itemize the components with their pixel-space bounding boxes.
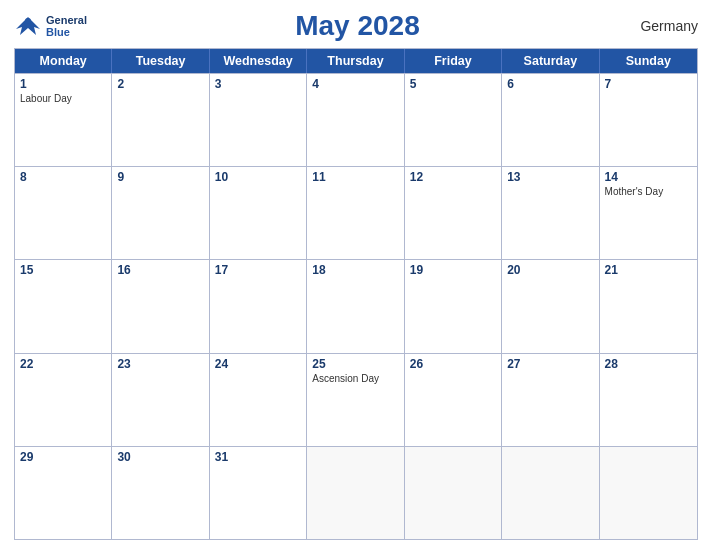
cell-day-number: 23 bbox=[117, 357, 203, 371]
calendar-cell: 2 bbox=[112, 74, 209, 166]
calendar-cell: 26 bbox=[405, 354, 502, 446]
calendar-cell: 29 bbox=[15, 447, 112, 539]
calendar-week-5: 293031 bbox=[15, 446, 697, 539]
cell-holiday-label: Ascension Day bbox=[312, 373, 398, 385]
svg-point-1 bbox=[25, 18, 31, 24]
calendar-cell: 19 bbox=[405, 260, 502, 352]
cell-day-number: 11 bbox=[312, 170, 398, 184]
cell-day-number: 24 bbox=[215, 357, 301, 371]
day-header-monday: Monday bbox=[15, 49, 112, 73]
calendar-cell: 25Ascension Day bbox=[307, 354, 404, 446]
calendar-cell: 10 bbox=[210, 167, 307, 259]
cell-day-number: 22 bbox=[20, 357, 106, 371]
cell-day-number: 7 bbox=[605, 77, 692, 91]
country-label: Germany bbox=[628, 18, 698, 34]
cell-holiday-label: Mother's Day bbox=[605, 186, 692, 198]
page-title: May 2028 bbox=[87, 10, 628, 42]
calendar-page: General Blue May 2028 Germany MondayTues… bbox=[0, 0, 712, 550]
cell-day-number: 1 bbox=[20, 77, 106, 91]
day-header-wednesday: Wednesday bbox=[210, 49, 307, 73]
cell-day-number: 27 bbox=[507, 357, 593, 371]
calendar-cell bbox=[600, 447, 697, 539]
calendar-cell: 17 bbox=[210, 260, 307, 352]
calendar-cell bbox=[405, 447, 502, 539]
cell-day-number: 14 bbox=[605, 170, 692, 184]
calendar-cell: 31 bbox=[210, 447, 307, 539]
calendar-cell: 24 bbox=[210, 354, 307, 446]
calendar-cell: 5 bbox=[405, 74, 502, 166]
calendar-cell: 13 bbox=[502, 167, 599, 259]
calendar-cell: 30 bbox=[112, 447, 209, 539]
cell-day-number: 10 bbox=[215, 170, 301, 184]
calendar-cell: 22 bbox=[15, 354, 112, 446]
calendar-week-2: 891011121314Mother's Day bbox=[15, 166, 697, 259]
calendar-cell: 18 bbox=[307, 260, 404, 352]
calendar-header: MondayTuesdayWednesdayThursdayFridaySatu… bbox=[15, 49, 697, 73]
calendar-cell bbox=[502, 447, 599, 539]
cell-day-number: 2 bbox=[117, 77, 203, 91]
cell-day-number: 31 bbox=[215, 450, 301, 464]
cell-day-number: 16 bbox=[117, 263, 203, 277]
calendar-cell: 15 bbox=[15, 260, 112, 352]
calendar-cell: 3 bbox=[210, 74, 307, 166]
cell-day-number: 29 bbox=[20, 450, 106, 464]
calendar-cell: 1Labour Day bbox=[15, 74, 112, 166]
cell-day-number: 3 bbox=[215, 77, 301, 91]
cell-day-number: 25 bbox=[312, 357, 398, 371]
cell-day-number: 13 bbox=[507, 170, 593, 184]
logo-line2: Blue bbox=[46, 26, 87, 38]
cell-day-number: 5 bbox=[410, 77, 496, 91]
cell-day-number: 17 bbox=[215, 263, 301, 277]
cell-day-number: 20 bbox=[507, 263, 593, 277]
cell-day-number: 9 bbox=[117, 170, 203, 184]
day-header-sunday: Sunday bbox=[600, 49, 697, 73]
cell-holiday-label: Labour Day bbox=[20, 93, 106, 105]
cell-day-number: 8 bbox=[20, 170, 106, 184]
calendar-cell: 27 bbox=[502, 354, 599, 446]
cell-day-number: 18 bbox=[312, 263, 398, 277]
cell-day-number: 19 bbox=[410, 263, 496, 277]
cell-day-number: 15 bbox=[20, 263, 106, 277]
cell-day-number: 12 bbox=[410, 170, 496, 184]
calendar-body: 1Labour Day234567891011121314Mother's Da… bbox=[15, 73, 697, 539]
calendar-grid: MondayTuesdayWednesdayThursdayFridaySatu… bbox=[14, 48, 698, 540]
calendar-week-4: 22232425Ascension Day262728 bbox=[15, 353, 697, 446]
page-header: General Blue May 2028 Germany bbox=[14, 10, 698, 42]
logo-line1: General bbox=[46, 14, 87, 26]
logo: General Blue bbox=[14, 14, 87, 38]
cell-day-number: 4 bbox=[312, 77, 398, 91]
day-header-tuesday: Tuesday bbox=[112, 49, 209, 73]
calendar-cell: 16 bbox=[112, 260, 209, 352]
calendar-cell: 28 bbox=[600, 354, 697, 446]
logo-icon bbox=[14, 15, 42, 37]
calendar-cell: 9 bbox=[112, 167, 209, 259]
calendar-week-1: 1Labour Day234567 bbox=[15, 73, 697, 166]
calendar-cell: 4 bbox=[307, 74, 404, 166]
calendar-cell: 20 bbox=[502, 260, 599, 352]
calendar-cell: 7 bbox=[600, 74, 697, 166]
cell-day-number: 21 bbox=[605, 263, 692, 277]
day-header-saturday: Saturday bbox=[502, 49, 599, 73]
calendar-cell bbox=[307, 447, 404, 539]
cell-day-number: 28 bbox=[605, 357, 692, 371]
calendar-cell: 14Mother's Day bbox=[600, 167, 697, 259]
calendar-week-3: 15161718192021 bbox=[15, 259, 697, 352]
cell-day-number: 26 bbox=[410, 357, 496, 371]
calendar-cell: 21 bbox=[600, 260, 697, 352]
calendar-cell: 6 bbox=[502, 74, 599, 166]
calendar-cell: 12 bbox=[405, 167, 502, 259]
day-header-friday: Friday bbox=[405, 49, 502, 73]
cell-day-number: 6 bbox=[507, 77, 593, 91]
cell-day-number: 30 bbox=[117, 450, 203, 464]
calendar-cell: 11 bbox=[307, 167, 404, 259]
day-header-thursday: Thursday bbox=[307, 49, 404, 73]
calendar-cell: 23 bbox=[112, 354, 209, 446]
calendar-cell: 8 bbox=[15, 167, 112, 259]
